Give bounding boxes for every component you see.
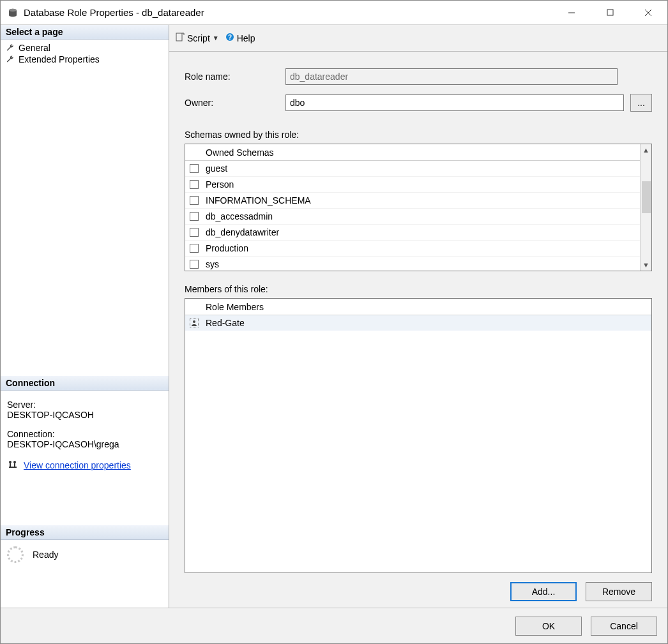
- schemas-header-row: Owned Schemas: [185, 144, 640, 161]
- schema-name: guest: [203, 163, 227, 174]
- dialog-footer: OK Cancel: [1, 608, 667, 643]
- add-button[interactable]: Add...: [510, 582, 577, 601]
- script-label: Script: [187, 33, 210, 43]
- window-controls: [552, 1, 667, 25]
- help-button[interactable]: ? Help: [225, 33, 255, 43]
- maximize-button[interactable]: [591, 1, 629, 25]
- checkbox-icon[interactable]: [190, 164, 199, 173]
- schema-row[interactable]: sys: [185, 257, 640, 271]
- members-header-label: Role Members: [203, 302, 264, 312]
- ok-button[interactable]: OK: [515, 617, 582, 636]
- schema-checkbox-cell[interactable]: [185, 180, 203, 189]
- svg-rect-11: [176, 33, 182, 41]
- schema-checkbox-cell[interactable]: [185, 196, 203, 205]
- page-extended-properties[interactable]: Extended Properties: [4, 54, 165, 65]
- connection-info: Server: DESKTOP-IQCASOH Connection: DESK…: [1, 391, 169, 481]
- schemas-scrollbar[interactable]: ▲ ▼: [640, 144, 651, 271]
- schema-name: Person: [203, 179, 234, 190]
- checkbox-icon[interactable]: [190, 212, 199, 221]
- progress-status: Ready: [33, 550, 58, 560]
- members-listbox[interactable]: Role Members Red-Gate: [185, 298, 652, 573]
- server-value: DESKTOP-IQCASOH: [7, 410, 162, 420]
- schema-checkbox-cell[interactable]: [185, 260, 203, 269]
- connection-header: Connection: [1, 376, 169, 391]
- schema-name: Production: [203, 243, 248, 253]
- right-panel: Script ▼ ? Help Role name:: [169, 25, 667, 608]
- left-panel: Select a page General Extended Propertie…: [1, 25, 169, 608]
- toolbar: Script ▼ ? Help: [169, 25, 667, 52]
- schema-row[interactable]: Production: [185, 241, 640, 257]
- owner-browse-button[interactable]: ...: [630, 94, 652, 112]
- schemas-header-label: Owned Schemas: [203, 147, 274, 158]
- owner-input[interactable]: [285, 94, 624, 111]
- role-name-label: Role name:: [185, 71, 279, 82]
- member-row[interactable]: Red-Gate: [185, 315, 651, 331]
- svg-rect-7: [10, 463, 11, 467]
- script-icon: [176, 33, 185, 43]
- scroll-up-icon[interactable]: ▲: [642, 144, 649, 156]
- schema-row[interactable]: INFORMATION_SCHEMA: [185, 193, 640, 209]
- member-name: Red-Gate: [203, 318, 245, 328]
- dialog-window: Database Role Properties - db_datareader…: [0, 0, 668, 644]
- help-icon: ?: [225, 33, 234, 43]
- help-label: Help: [237, 33, 255, 43]
- titlebar: Database Role Properties - db_datareader: [1, 1, 667, 25]
- schema-row[interactable]: db_denydatawriter: [185, 225, 640, 241]
- progress-box: Ready: [1, 540, 169, 569]
- schema-name: db_denydatawriter: [203, 227, 279, 237]
- schemas-listbox[interactable]: Owned Schemas guestPersonINFORMATION_SCH…: [185, 144, 652, 271]
- view-connection-properties-link[interactable]: View connection properties: [24, 460, 131, 470]
- scroll-down-icon[interactable]: ▼: [642, 259, 649, 271]
- connection-label: Connection:: [7, 429, 162, 439]
- owner-label: Owner:: [185, 98, 279, 108]
- svg-rect-9: [14, 463, 15, 467]
- svg-point-14: [193, 320, 195, 323]
- form-area: Role name: Owner: ... Schemas owned by t…: [169, 52, 667, 608]
- page-general[interactable]: General: [4, 42, 165, 54]
- progress-spinner-icon: [7, 546, 24, 563]
- progress-header: Progress: [1, 525, 169, 540]
- svg-point-1: [9, 8, 17, 11]
- schema-checkbox-cell[interactable]: [185, 228, 203, 237]
- checkbox-icon[interactable]: [190, 244, 199, 253]
- minimize-button[interactable]: [552, 1, 591, 25]
- user-icon: [190, 318, 199, 327]
- wrench-icon: [6, 55, 15, 64]
- schema-row[interactable]: Person: [185, 177, 640, 193]
- chevron-down-icon: ▼: [213, 34, 219, 41]
- schema-name: sys: [203, 259, 219, 269]
- scroll-thumb[interactable]: [642, 181, 651, 213]
- schema-row[interactable]: guest: [185, 161, 640, 177]
- svg-rect-3: [607, 10, 613, 15]
- checkbox-icon[interactable]: [190, 196, 199, 205]
- schema-checkbox-cell[interactable]: [185, 244, 203, 253]
- wrench-icon: [6, 43, 15, 52]
- svg-point-8: [13, 461, 16, 463]
- window-title: Database Role Properties - db_datareader: [24, 7, 552, 18]
- schema-name: db_accessadmin: [203, 211, 273, 221]
- checkbox-icon[interactable]: [190, 228, 199, 237]
- page-label: General: [19, 43, 50, 53]
- svg-rect-10: [9, 467, 17, 468]
- svg-point-6: [9, 461, 11, 463]
- schema-checkbox-cell[interactable]: [185, 164, 203, 173]
- remove-button[interactable]: Remove: [586, 582, 652, 601]
- connection-value: DESKTOP-IQCASOH\grega: [7, 439, 162, 449]
- role-name-input: [285, 68, 618, 85]
- checkbox-icon[interactable]: [190, 180, 199, 189]
- schema-name: INFORMATION_SCHEMA: [203, 195, 311, 206]
- schemas-section-label: Schemas owned by this role:: [185, 130, 652, 140]
- script-dropdown[interactable]: Script ▼: [176, 33, 219, 43]
- schema-checkbox-cell[interactable]: [185, 212, 203, 221]
- cancel-button[interactable]: Cancel: [591, 617, 657, 636]
- connection-props-icon: [7, 458, 19, 472]
- server-label: Server:: [7, 400, 162, 410]
- close-button[interactable]: [629, 1, 667, 25]
- svg-text:?: ?: [228, 34, 232, 41]
- database-icon: [7, 7, 19, 19]
- page-list: General Extended Properties: [1, 40, 169, 68]
- page-label: Extended Properties: [19, 54, 100, 64]
- checkbox-icon[interactable]: [190, 260, 199, 269]
- select-page-header: Select a page: [1, 25, 169, 40]
- schema-row[interactable]: db_accessadmin: [185, 209, 640, 225]
